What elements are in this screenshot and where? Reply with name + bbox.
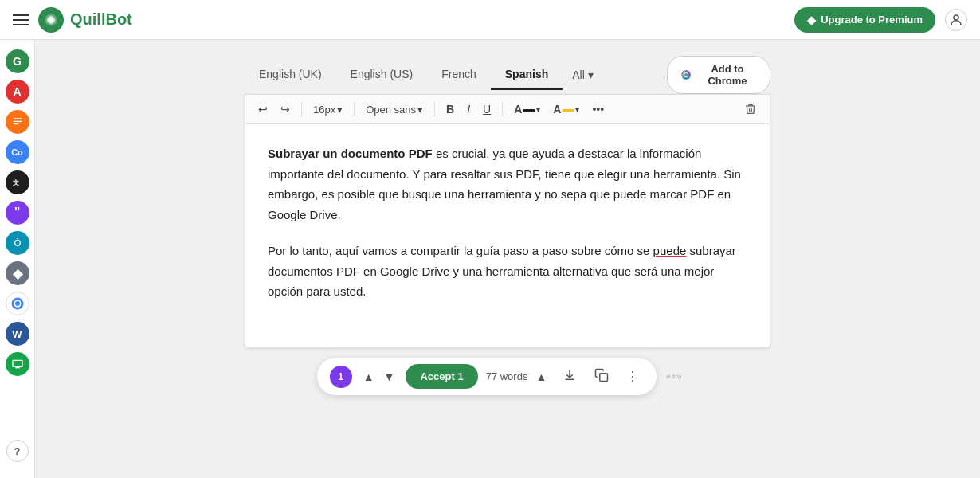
svg-text:文: 文	[13, 178, 19, 186]
nav-arrows: ▲ ▼	[360, 369, 398, 385]
top-navigation: QuillBot ◆ Upgrade to Premium	[0, 0, 980, 40]
undo-button[interactable]: ↩	[253, 100, 272, 119]
svg-point-2	[954, 15, 958, 20]
logo-icon	[38, 7, 64, 33]
font-family-selector[interactable]: Open sans ▾	[361, 100, 428, 119]
chrome-logo-icon	[680, 68, 692, 82]
upgrade-label: Upgrade to Premium	[821, 14, 923, 25]
main-layout: G A Co 文 " ◆	[0, 40, 980, 478]
menu-icon[interactable]	[13, 14, 29, 25]
help-icon[interactable]: ?	[6, 440, 29, 462]
svg-rect-12	[13, 360, 22, 366]
more-actions-button[interactable]: ⋮	[621, 367, 644, 386]
svg-point-17	[684, 73, 688, 76]
sidebar-top: G A Co 文 " ◆	[6, 49, 29, 376]
toolbar-sep-1	[301, 102, 302, 116]
user-icon[interactable]	[945, 9, 967, 31]
tiny-logo: ⊕ tiny	[666, 370, 698, 383]
issue-badge: 1	[330, 366, 352, 388]
svg-point-7	[14, 241, 20, 246]
paragraph-1: Subrayar un documento PDF es crucial, ya…	[268, 143, 747, 225]
logo: QuillBot	[38, 7, 132, 33]
svg-text:⊕ tiny: ⊕ tiny	[666, 372, 682, 379]
action-pill: 1 ▲ ▼ Accept 1 77 words ▲	[317, 358, 657, 395]
add-to-chrome-button[interactable]: Add to Chrome	[667, 56, 770, 94]
word-count: 77 words ▲	[486, 369, 551, 385]
copy-button[interactable]	[590, 366, 613, 387]
chevron-down-icon: ▾	[536, 105, 540, 114]
svg-rect-5	[13, 123, 18, 124]
tab-english-us[interactable]: English (US)	[336, 60, 428, 90]
svg-rect-18	[600, 373, 608, 381]
svg-point-11	[15, 301, 20, 306]
chevron-down-icon: ▾	[575, 105, 579, 114]
text-color-icon: A	[514, 103, 522, 116]
gem-sidebar-icon[interactable]: ◆	[6, 261, 29, 285]
translate-sidebar-icon[interactable]: 文	[6, 170, 29, 194]
svg-rect-4	[13, 121, 22, 122]
next-issue-button[interactable]: ▼	[381, 369, 398, 385]
highlight-icon: A	[553, 103, 561, 116]
font-size-selector[interactable]: 16px ▾	[308, 100, 347, 119]
bottom-bar: 1 ▲ ▼ Accept 1 77 words ▲	[308, 348, 708, 405]
word-count-value: 77 words	[486, 370, 528, 382]
editor-toolbar: ↩ ↪ 16px ▾ Open sans ▾ B I U A	[245, 95, 770, 124]
add-chrome-label: Add to Chrome	[698, 63, 757, 87]
summarize-sidebar-icon[interactable]	[6, 110, 29, 134]
tab-spanish[interactable]: Spanish	[491, 60, 563, 90]
toolbar-sep-2	[354, 102, 355, 116]
svg-rect-3	[13, 118, 22, 119]
delete-button[interactable]	[739, 100, 762, 119]
tabs-and-chrome-row: English (UK) English (US) French Spanish…	[245, 56, 770, 94]
language-tabs: English (UK) English (US) French Spanish…	[245, 60, 667, 90]
flow-sidebar-icon[interactable]	[6, 231, 29, 255]
toolbar-sep-3	[434, 102, 435, 116]
screen-sidebar-icon[interactable]	[6, 352, 29, 376]
svg-point-1	[49, 18, 53, 22]
chrome-sidebar-icon[interactable]	[6, 292, 29, 315]
underline-button[interactable]: U	[478, 100, 496, 119]
text-color-button[interactable]: A ▾	[509, 100, 545, 119]
content-area: English (UK) English (US) French Spanish…	[35, 40, 980, 478]
tab-english-uk[interactable]: English (UK)	[245, 60, 336, 90]
redo-button[interactable]: ↪	[276, 100, 295, 119]
bold-button[interactable]: B	[441, 100, 459, 119]
paraphrase-sidebar-icon[interactable]: A	[6, 80, 29, 104]
sidebar: G A Co 文 " ◆	[0, 40, 35, 478]
chevron-down-icon: ▾	[588, 69, 594, 81]
chevron-down-icon: ▾	[337, 104, 343, 116]
diamond-icon: ◆	[807, 14, 816, 26]
quote-sidebar-icon[interactable]: "	[6, 201, 29, 225]
sidebar-bottom: ?	[6, 440, 29, 468]
chevron-down-icon: ▾	[417, 104, 423, 116]
paragraph-2-link: puede	[653, 244, 687, 257]
italic-button[interactable]: I	[462, 100, 475, 119]
accept-button[interactable]: Accept 1	[406, 364, 477, 389]
paragraph-2-prefix: Por lo tanto, aquí vamos a compartir la …	[268, 244, 653, 257]
nav-left: QuillBot	[13, 7, 132, 33]
paragraph-2: Por lo tanto, aquí vamos a compartir la …	[268, 241, 747, 302]
word-sidebar-icon[interactable]: W	[6, 322, 29, 346]
nav-right: ◆ Upgrade to Premium	[794, 7, 967, 33]
word-count-toggle[interactable]: ▲	[532, 369, 550, 385]
highlight-button[interactable]: A ▾	[548, 100, 584, 119]
citation-sidebar-icon[interactable]: Co	[6, 140, 29, 164]
logo-text: QuillBot	[70, 10, 132, 29]
upgrade-button[interactable]: ◆ Upgrade to Premium	[794, 7, 935, 33]
editor-container: ↩ ↪ 16px ▾ Open sans ▾ B I U A	[245, 94, 770, 348]
tab-all[interactable]: All ▾	[563, 61, 603, 89]
toolbar-sep-4	[502, 102, 503, 116]
grammar-sidebar-icon[interactable]: G	[6, 49, 29, 73]
more-options-button[interactable]: •••	[587, 100, 609, 119]
bold-text: Subrayar un documento PDF	[268, 147, 433, 160]
prev-issue-button[interactable]: ▲	[360, 369, 378, 385]
editor-content[interactable]: Subrayar un documento PDF es crucial, ya…	[245, 124, 770, 347]
tab-french[interactable]: French	[427, 60, 491, 90]
download-button[interactable]	[558, 366, 582, 387]
